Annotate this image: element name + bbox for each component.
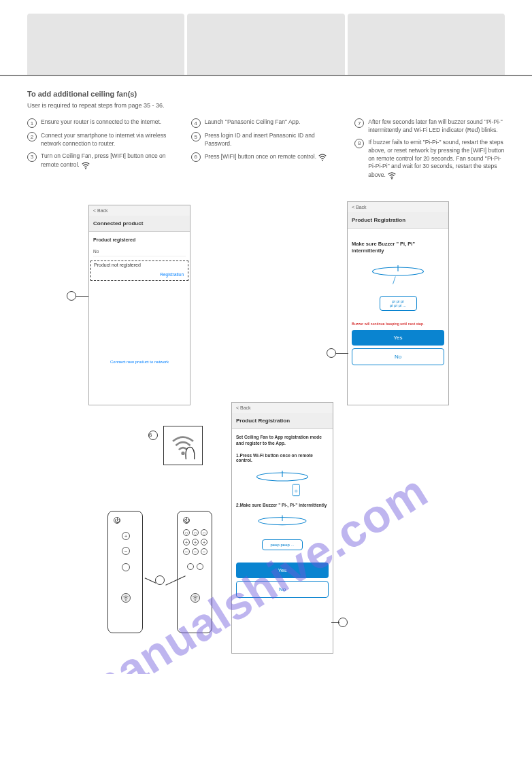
callout-line [336, 353, 348, 354]
plus-button: + [183, 539, 190, 546]
fan-illustration [367, 261, 429, 292]
tab-1[interactable] [27, 14, 184, 75]
label: Product registered [93, 237, 186, 242]
callout-line [331, 622, 339, 623]
callout-6: 6 [148, 431, 158, 440]
phone-title: Product Registration [232, 413, 333, 429]
back-link[interactable]: < Back [348, 202, 448, 212]
wifi-icon [387, 171, 397, 180]
warning-note: Buzzer will continue beeping until next … [348, 320, 448, 327]
step-num: 1 [27, 118, 37, 128]
step-text: After few seconds later fan will buzzer … [368, 118, 505, 135]
instruction-columns: 1Ensure your router is connected to the … [0, 118, 532, 184]
minus-button: − [183, 548, 190, 555]
head-text: Make sure Buzzer " Pi, Pi" intermittentl… [352, 241, 444, 254]
divider [0, 75, 532, 76]
yes-button[interactable]: Yes [236, 563, 329, 578]
callout-line [145, 578, 156, 584]
step-num: 5 [191, 132, 201, 141]
diagram-area: < Back Connected product Product registe… [0, 184, 532, 674]
phone-registration-steps: < Back Product Registration Set Ceiling … [231, 402, 333, 654]
step-num: 4 [191, 118, 201, 128]
wifi-press-illustration [168, 431, 198, 460]
step1-text: 1.Press Wi-Fi button once on remote cont… [236, 453, 329, 463]
svg-point-13 [195, 600, 196, 601]
remote-control-1: ⏻ + − [107, 511, 143, 633]
col-1: 1Ensure your router is connected to the … [27, 118, 178, 184]
minus-button: − [201, 548, 207, 555]
back-link[interactable]: < Back [232, 403, 333, 413]
plus-button: + [192, 539, 199, 546]
svg-point-0 [85, 167, 86, 169]
phone-buzzer-confirm: < Back Product Registration Make sure Bu… [347, 201, 449, 405]
col-2: 4Launch "Panasonic Ceiling Fan" App. 5Pr… [191, 118, 342, 184]
circle-button: ○ [183, 529, 190, 536]
circle-button: ○ [201, 529, 207, 536]
col-3: 7After few seconds later fan will buzzer… [354, 118, 505, 184]
section-subtitle: User is required to repeat steps from pa… [27, 102, 505, 109]
step-text: Press login ID and insert Panasonic ID a… [205, 132, 342, 148]
fan-illustration [252, 467, 313, 497]
step-text: Turn on Ceiling Fan, press [WIFI] button… [41, 152, 178, 170]
step-num: 2 [27, 132, 37, 141]
wifi-button [190, 593, 200, 603]
minus-button: − [192, 548, 199, 555]
step-text: If buzzer fails to emit "Pi-Pi-" sound, … [368, 139, 505, 181]
tab-2[interactable] [187, 14, 344, 75]
step-text: Connect your smartphone to internet via … [41, 132, 178, 148]
step-num: 3 [27, 152, 37, 162]
mode-button [122, 563, 130, 571]
no-button[interactable]: No [352, 348, 444, 365]
no-button[interactable]: No [236, 581, 329, 598]
wifi-icon [318, 152, 327, 162]
wifi-icon [81, 161, 90, 170]
step-num: 6 [191, 152, 201, 162]
intro-text: Set Ceiling Fan to App registration mode… [236, 435, 329, 446]
callout-line [76, 296, 88, 297]
remote-control-2: ⏻ ○ ○ ○ + + + − − − [177, 511, 212, 633]
phone-connected-product: < Back Connected product Product registe… [88, 205, 190, 405]
sound-bubble: peep peep ... [262, 539, 303, 550]
registration-link[interactable]: Registration [94, 270, 185, 279]
svg-point-11 [181, 452, 184, 455]
tab-bar [0, 0, 532, 75]
callout-9 [338, 618, 348, 627]
callout-8 [67, 291, 76, 301]
wifi-button [121, 593, 131, 603]
back-link[interactable]: < Back [89, 205, 190, 216]
circle-button: ○ [192, 529, 199, 536]
label: Product not registered [94, 263, 185, 267]
value: No [93, 245, 186, 256]
step-num: 7 [354, 118, 364, 128]
svg-point-2 [391, 178, 393, 180]
step-text: Launch "Panasonic Ceiling Fan" App. [205, 118, 342, 127]
step2-text: 2.Make sure Buzzer " Pi-, Pi-" intermitt… [236, 503, 329, 507]
plus-button: + [122, 532, 130, 540]
svg-point-1 [322, 160, 324, 161]
highlight-box: Product not registered Registration [90, 261, 188, 281]
yes-button[interactable]: Yes [352, 330, 444, 346]
callout-marker [327, 348, 336, 358]
minus-button: − [122, 547, 130, 555]
phone-title: Connected product [89, 216, 190, 232]
step-num: 8 [354, 139, 364, 148]
section-heading: To add additional ceiling fan(s) [27, 90, 505, 98]
power-icon: ⏻ [183, 517, 190, 524]
phone-title: Product Registration [348, 212, 448, 229]
connect-link[interactable]: Connect new product to network [93, 356, 186, 368]
callout-marker [155, 575, 165, 585]
svg-point-12 [125, 600, 127, 601]
mode-button [187, 563, 194, 570]
tab-3[interactable] [348, 14, 505, 75]
mode-button [197, 563, 203, 570]
plus-button: + [201, 539, 207, 546]
sound-bubble: pi pi pi pi pi pi ... [380, 296, 417, 311]
step-text: Press [WIFI] button once on remote contr… [205, 152, 342, 162]
step-text: Ensure your router is connected to the i… [41, 118, 178, 127]
svg-point-6 [295, 490, 298, 493]
finger-press-icon [163, 426, 203, 465]
power-icon: ⏻ [114, 517, 120, 524]
fan-illustration [252, 511, 313, 535]
